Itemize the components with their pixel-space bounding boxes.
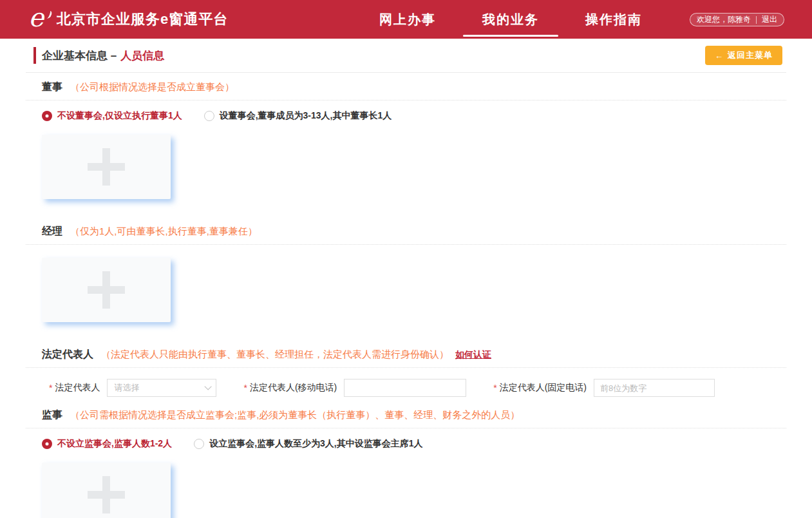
page-title: 企业基本信息 – 人员信息 xyxy=(33,47,164,64)
plus-icon xyxy=(88,271,125,309)
section-note-manager: （仅为1人,可由董事长,执行董事,董事兼任） xyxy=(70,225,258,238)
section-divider xyxy=(26,367,786,368)
logo-e-glyph: e xyxy=(28,5,44,30)
radio-label: 设董事会,董事成员为3-13人,其中董事长1人 xyxy=(220,110,392,122)
section-title-manager: 经理 xyxy=(42,225,62,238)
section-divider xyxy=(26,244,786,245)
add-manager-card[interactable] xyxy=(42,258,171,322)
section-header-manager: 经理 （仅为1人,可由董事长,执行董事,董事兼任） xyxy=(42,225,786,238)
how-to-authenticate-link[interactable]: 如何认证 xyxy=(455,349,491,361)
plus-icon xyxy=(88,148,125,186)
section-title-legal-rep: 法定代表人 xyxy=(42,348,93,361)
radio-unselected-icon[interactable] xyxy=(194,439,204,449)
directors-radio-group: 不设董事会,仅设立执行董事1人 设董事会,董事成员为3-13人,其中董事长1人 xyxy=(42,110,786,122)
back-button-label: 返回主菜单 xyxy=(728,50,773,61)
required-mark: * xyxy=(493,383,496,393)
radio-selected-icon[interactable] xyxy=(42,439,52,449)
back-to-main-menu-button[interactable]: ← 返回主菜单 xyxy=(705,46,782,65)
radio-label: 不设立监事会,监事人数1-2人 xyxy=(57,438,172,450)
spacer xyxy=(26,199,786,217)
legal-rep-mobile-group: * 法定代表人(移动电话) xyxy=(243,379,466,397)
legal-rep-select-group: * 法定代表人 请选择 xyxy=(49,379,216,397)
welcome-text: 欢迎您，陈雅奇 xyxy=(697,14,751,25)
legal-rep-select[interactable]: 请选择 xyxy=(107,379,216,397)
section-divider xyxy=(26,428,786,428)
section-note-legal-rep: （法定代表人只能由执行董事、董事长、经理担任，法定代表人需进行身份确认） xyxy=(101,349,449,361)
section-header-directors: 董事 （公司根据情况选择是否成立董事会） xyxy=(42,81,786,94)
radio-no-board[interactable]: 不设董事会,仅设立执行董事1人 xyxy=(42,110,182,122)
radio-label: 不设董事会,仅设立执行董事1人 xyxy=(57,110,182,122)
radio-label: 设立监事会,监事人数至少为3人,其中设监事会主席1人 xyxy=(209,438,422,450)
required-mark: * xyxy=(49,383,52,393)
back-arrow-icon: ← xyxy=(715,51,724,61)
section-divider xyxy=(26,100,786,101)
spacer xyxy=(26,322,786,340)
page-title-row: 企业基本信息 – 人员信息 ← 返回主菜单 xyxy=(26,39,786,73)
section-title-directors: 董事 xyxy=(42,81,62,94)
legal-rep-landline-label: 法定代表人(固定电话) xyxy=(500,382,587,394)
legal-rep-landline-group: * 法定代表人(固定电话) xyxy=(493,379,715,397)
logout-button[interactable]: 退出 xyxy=(762,14,777,25)
radio-selected-icon[interactable] xyxy=(42,111,52,121)
brand-title: 北京市企业服务e窗通平台 xyxy=(57,10,228,29)
user-pill: 欢迎您，陈雅奇 退出 xyxy=(690,13,784,26)
legal-rep-form: * 法定代表人 请选择 * 法定代表人(移动电话) * 法定代表人(固定电话) xyxy=(49,379,786,397)
main-nav: 网上办事 我的业务 操作指南 xyxy=(379,0,642,39)
pill-divider xyxy=(756,16,757,24)
page-content: 企业基本信息 – 人员信息 ← 返回主菜单 董事 （公司根据情况选择是否成立董事… xyxy=(0,39,812,518)
brand[interactable]: e 北京市企业服务e窗通平台 xyxy=(22,5,228,34)
logo-swoosh-icon xyxy=(44,10,53,19)
top-header: e 北京市企业服务e窗通平台 网上办事 我的业务 操作指南 欢迎您，陈雅奇 退出 xyxy=(0,0,812,39)
plus-icon xyxy=(88,476,125,513)
section-header-legal-rep: 法定代表人 （法定代表人只能由执行董事、董事长、经理担任，法定代表人需进行身份确… xyxy=(42,348,786,361)
section-note-directors: （公司根据情况选择是否成立董事会） xyxy=(70,81,234,93)
nav-item-guide[interactable]: 操作指南 xyxy=(585,11,642,28)
required-mark: * xyxy=(243,383,247,393)
nav-item-online-services[interactable]: 网上办事 xyxy=(379,11,436,28)
add-supervisor-card[interactable] xyxy=(42,463,171,518)
add-director-card[interactable] xyxy=(42,135,171,199)
page-title-main: 企业基本信息 – xyxy=(42,48,117,63)
legal-rep-mobile-input[interactable] xyxy=(344,379,466,397)
supervisors-radio-group: 不设立监事会,监事人数1-2人 设立监事会,监事人数至少为3人,其中设监事会主席… xyxy=(42,438,786,450)
title-accent-bar xyxy=(33,47,36,64)
radio-with-supervisory-board[interactable]: 设立监事会,监事人数至少为3人,其中设监事会主席1人 xyxy=(194,438,422,450)
section-header-supervisors: 监事 （公司需根据情况选择是否成立监事会;监事,必须为董事长（执行董事）、董事、… xyxy=(42,408,786,422)
brand-logo-icon: e xyxy=(22,5,50,34)
radio-no-supervisory-board[interactable]: 不设立监事会,监事人数1-2人 xyxy=(42,438,172,450)
legal-rep-mobile-label: 法定代表人(移动电话) xyxy=(250,382,337,394)
section-title-supervisors: 监事 xyxy=(42,408,62,422)
page-title-sub: 人员信息 xyxy=(120,48,164,63)
nav-item-my-business[interactable]: 我的业务 xyxy=(482,11,539,28)
legal-rep-select-label: 法定代表人 xyxy=(55,382,100,394)
radio-unselected-icon[interactable] xyxy=(204,111,214,121)
select-placeholder: 请选择 xyxy=(114,382,139,394)
section-note-supervisors: （公司需根据情况选择是否成立监事会;监事,必须为董事长（执行董事）、董事、经理、… xyxy=(70,409,520,421)
legal-rep-landline-input[interactable] xyxy=(594,379,715,397)
radio-with-board[interactable]: 设董事会,董事成员为3-13人,其中董事长1人 xyxy=(204,110,392,122)
chevron-down-icon xyxy=(205,383,212,390)
